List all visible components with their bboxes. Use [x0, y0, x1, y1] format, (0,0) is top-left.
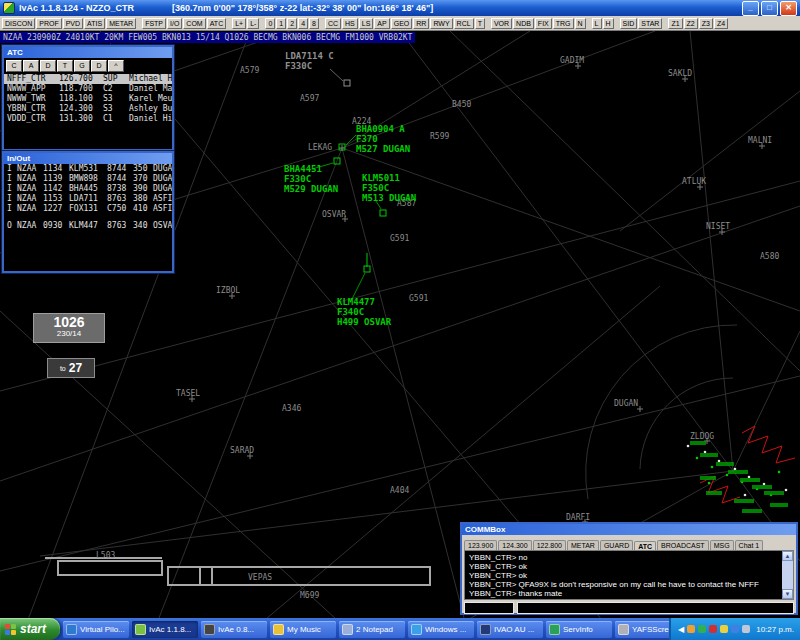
toolbar-button-l[interactable]: L — [592, 18, 602, 29]
toolbar-button-sid[interactable]: SID — [620, 18, 638, 29]
commbox-tab-msg[interactable]: MSG — [710, 540, 734, 550]
toolbar-button-i-o[interactable]: I/O — [167, 18, 182, 29]
aircraft-label[interactable]: M513 DUGAN — [362, 193, 416, 203]
aircraft-label[interactable]: M529 DUGAN — [284, 184, 338, 194]
atc-filter-button-t[interactable]: T — [57, 60, 73, 72]
atc-row[interactable]: NFFF_CTR126.700SUPMichael HECK — [4, 74, 172, 84]
toolbar-button-geo[interactable]: GEO — [391, 18, 413, 29]
atc-row[interactable]: VDDD_CTR131.300C1Daniel Hickmann — [4, 114, 172, 124]
atc-filter-button-d[interactable]: D — [91, 60, 107, 72]
taskbar-task-windows-[interactable]: Windows ... — [408, 621, 474, 638]
atc-filter-button-d[interactable]: D — [40, 60, 56, 72]
commbox-title[interactable]: COMMBox — [462, 524, 796, 535]
commbox-tab-chat-1[interactable]: Chat 1 — [735, 540, 764, 550]
atc-window-title[interactable]: ATC — [4, 47, 172, 58]
toolbar-button-z4[interactable]: Z4 — [714, 18, 728, 29]
toolbar-button-prof[interactable]: PROF — [36, 18, 61, 29]
aircraft-symbol[interactable] — [380, 210, 386, 216]
aircraft-label[interactable]: F330C — [285, 61, 312, 71]
commbox-tab-broadcast[interactable]: BROADCAST — [657, 540, 709, 550]
atc-filter-button-^[interactable]: ^ — [108, 60, 124, 72]
toolbar-button-n[interactable]: N — [575, 18, 586, 29]
commbox-tab-123-900[interactable]: 123.900 — [464, 540, 497, 550]
inout-row[interactable]: INZAA1227FOX131C750410ASFILE — [4, 204, 172, 214]
toolbar-button-star[interactable]: STAR — [638, 18, 662, 29]
taskbar-task-virtual-pilo-[interactable]: Virtual Pilo... — [63, 621, 129, 638]
taskbar-task-2-notepad[interactable]: 2 Notepad — [339, 621, 405, 638]
inout-window[interactable]: In/Out INZAA1134KLM5318744350DUGANINZAA1… — [2, 151, 174, 273]
taskbar-task-ivao-au-[interactable]: IVAO AU ... — [477, 621, 543, 638]
aircraft-label[interactable]: F330C — [284, 174, 311, 184]
toolbar-button-rwy[interactable]: RWY — [430, 18, 452, 29]
toolbar-button-trg[interactable]: TRG — [553, 18, 574, 29]
toolbar-button-8[interactable]: 8 — [309, 18, 319, 29]
toolbar-button-l-[interactable]: L+ — [232, 18, 246, 29]
tray-icon[interactable] — [709, 625, 717, 633]
aircraft-label[interactable]: M527 DUGAN — [356, 144, 410, 154]
toolbar-button-z3[interactable]: Z3 — [699, 18, 713, 29]
tray-icon[interactable] — [742, 625, 750, 633]
tray-icon[interactable] — [698, 625, 706, 633]
toolbar-button-fix[interactable]: FIX — [535, 18, 552, 29]
commbox-tab-124-300[interactable]: 124.300 — [498, 540, 531, 550]
tray-icon[interactable] — [720, 625, 728, 633]
window-titlebar[interactable]: IvAc 1.1.8.124 - NZZO_CTR [360.7nm 0'00"… — [0, 0, 800, 16]
toolbar-button-t[interactable]: T — [475, 18, 485, 29]
atc-row[interactable]: NWWW_APP118.700C2Daniel Massieux — [4, 84, 172, 94]
commbox-messages[interactable]: YBBN_CTR> noYBBN_CTR> okYBBN_CTR> okYBBN… — [464, 550, 794, 600]
toolbar-button-l-[interactable]: L- — [247, 18, 259, 29]
atc-filter-button-a[interactable]: A — [23, 60, 39, 72]
radar-display[interactable]: A224A597B450GADIMSAKLDMALNIR599ATLUKNISE… — [0, 31, 800, 618]
taskbar-task-servinfo[interactable]: ServInfo — [546, 621, 612, 638]
inout-row[interactable]: INZAA1134KLM5318744350DUGAN — [4, 164, 172, 174]
taskbar-task-my-music[interactable]: My Music — [270, 621, 336, 638]
toolbar-button-1[interactable]: 1 — [276, 18, 286, 29]
aircraft-label[interactable]: LDA7114 C — [285, 51, 334, 61]
close-button[interactable]: ✕ — [780, 1, 797, 16]
inout-row[interactable]: INZAA1142BHA4458738390DUGAN — [4, 184, 172, 194]
tray-chevron-icon[interactable]: ◀ — [678, 625, 684, 634]
toolbar-button-atis[interactable]: ATIS — [84, 18, 105, 29]
commbox-window[interactable]: COMMBox 123.900124.300122.800METARGUARDA… — [460, 522, 798, 615]
toolbar-button-metar[interactable]: METAR — [106, 18, 136, 29]
scroll-down-icon[interactable]: ▼ — [782, 589, 793, 599]
atc-row[interactable]: YBBN_CTR124.300S3Ashley Butler — [4, 104, 172, 114]
commbox-frequency-box[interactable] — [464, 602, 514, 614]
toolbar-button-atc[interactable]: ATC — [207, 18, 226, 29]
toolbar-button-hs[interactable]: HS — [342, 18, 358, 29]
atc-window[interactable]: ATC CADTGD^ NFFF_CTR126.700SUPMichael HE… — [2, 45, 174, 151]
toolbar-button-fstp[interactable]: FSTP — [142, 18, 166, 29]
tray-icon[interactable] — [687, 625, 695, 633]
toolbar-button-vor[interactable]: VOR — [491, 18, 512, 29]
commbox-tab-guard[interactable]: GUARD — [600, 540, 633, 550]
clock[interactable]: 10:27 p.m. — [756, 625, 794, 634]
taskbar-task-ivac-1-1-8-[interactable]: IvAc 1.1.8... — [132, 621, 198, 638]
toolbar-button-0[interactable]: 0 — [265, 18, 275, 29]
taskbar-task-yafsscreen[interactable]: YAFSScreen — [615, 621, 669, 638]
toolbar-button-4[interactable]: 4 — [298, 18, 308, 29]
qnh-wind-box[interactable]: 1026 230/14 — [33, 313, 105, 343]
start-button[interactable]: start — [0, 618, 60, 640]
aircraft-label[interactable]: BHA4451 — [284, 164, 322, 174]
commbox-scrollbar[interactable]: ▲ ▼ — [782, 551, 793, 599]
inout-row[interactable]: INZAA1139BMW8988744370DUGAN — [4, 174, 172, 184]
aircraft-label[interactable]: KLM5011 — [362, 173, 400, 183]
commbox-tab-122-800[interactable]: 122.800 — [533, 540, 566, 550]
minimize-button[interactable]: _ — [742, 1, 759, 16]
inout-row[interactable]: INZAA1153LDA7118763380ASFILE — [4, 194, 172, 204]
toolbar-button-z2[interactable]: Z2 — [684, 18, 698, 29]
aircraft-label[interactable]: BHA0904 A — [356, 124, 405, 134]
taskbar-task-ivae-0-8-[interactable]: IvAe 0.8... — [201, 621, 267, 638]
scroll-up-icon[interactable]: ▲ — [782, 551, 793, 561]
toolbar-button-discon[interactable]: DISCON — [2, 18, 35, 29]
toolbar-button-z1[interactable]: Z1 — [668, 18, 682, 29]
aircraft-symbol[interactable] — [344, 80, 350, 86]
atc-filter-button-c[interactable]: C — [6, 60, 22, 72]
toolbar-button-com[interactable]: COM — [183, 18, 205, 29]
inout-row[interactable]: ONZAA0930KLM4478763340OSVAR — [4, 221, 172, 231]
toolbar-button-ls[interactable]: LS — [359, 18, 374, 29]
atc-filter-button-g[interactable]: G — [74, 60, 90, 72]
tray-icon[interactable] — [731, 625, 739, 633]
inout-window-title[interactable]: In/Out — [4, 153, 172, 164]
aircraft-label[interactable]: F350C — [362, 183, 389, 193]
